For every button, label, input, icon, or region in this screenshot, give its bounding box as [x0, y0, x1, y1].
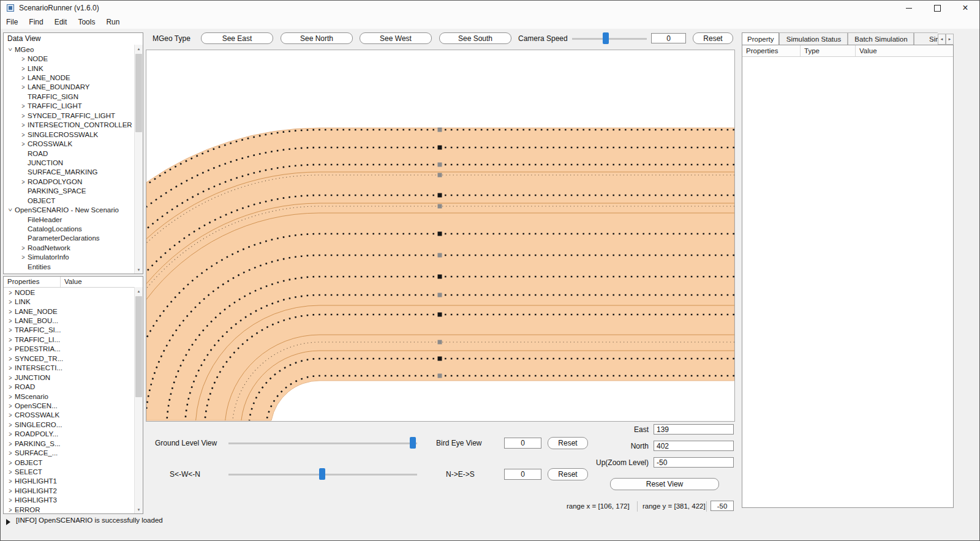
scrollbar-thumb[interactable] — [135, 296, 142, 397]
chevron-right-icon[interactable]: > — [19, 83, 28, 91]
property-row-mscenario[interactable]: >MScenario — [4, 392, 134, 401]
chevron-right-icon[interactable]: > — [19, 121, 28, 129]
chevron-right-icon[interactable]: > — [19, 64, 28, 72]
swn-slider[interactable] — [228, 468, 417, 480]
tree-item-object[interactable]: OBJECT — [4, 196, 134, 205]
tree-item-crosswalk[interactable]: >CROSSWALK — [4, 139, 134, 148]
tree-item-lane-boundary[interactable]: >LANE_BOUNDARY — [4, 83, 134, 92]
tree-item-traffic-light[interactable]: >TRAFFIC_LIGHT — [4, 102, 134, 111]
chevron-down-icon[interactable]: > — [7, 45, 15, 54]
chevron-right-icon[interactable]: > — [6, 449, 15, 457]
slider-track[interactable] — [228, 442, 417, 444]
chevron-right-icon[interactable]: > — [19, 178, 28, 186]
chevron-right-icon[interactable]: > — [6, 326, 15, 334]
tree-item-synced-traffic-light[interactable]: >SYNCED_TRAFFIC_LIGHT — [4, 111, 134, 120]
chevron-right-icon[interactable]: > — [6, 496, 15, 504]
menu-file[interactable]: File — [1, 15, 23, 29]
tab-scroll-right-icon[interactable]: ► — [946, 34, 954, 45]
see-west-button[interactable]: See West — [360, 32, 432, 44]
close-button[interactable]: × — [951, 1, 979, 15]
chevron-right-icon[interactable]: > — [6, 458, 15, 466]
chevron-right-icon[interactable]: > — [19, 55, 28, 63]
tree-item-roadpolygon[interactable]: >ROADPOLYGON — [4, 177, 134, 186]
data-view-scrollbar[interactable]: ▲ ▼ — [134, 45, 143, 274]
tab-batch-simulation[interactable]: Batch Simulation — [848, 32, 914, 45]
menu-find[interactable]: Find — [23, 15, 48, 29]
property-row-intersecti[interactable]: >INTERSECTI... — [4, 364, 134, 373]
chevron-right-icon[interactable]: > — [6, 392, 15, 400]
chevron-right-icon[interactable]: > — [6, 298, 15, 306]
tree-item-parameterdeclarations[interactable]: ParameterDeclarations — [4, 234, 134, 243]
property-row-traffic-li[interactable]: >TRAFFIC_LI... — [4, 335, 134, 344]
ground-level-slider[interactable] — [228, 437, 417, 449]
property-row-highlight1[interactable]: >HIGHLIGHT1 — [4, 477, 134, 486]
tree-item-parking-space[interactable]: PARKING_SPACE — [4, 187, 134, 196]
chevron-right-icon[interactable]: > — [6, 345, 15, 353]
chevron-right-icon[interactable]: > — [6, 468, 15, 476]
reset-view-button[interactable]: Reset View — [610, 478, 719, 490]
tree-item-traffic-sign[interactable]: TRAFFIC_SIGN — [4, 92, 134, 101]
nes-reset-button[interactable]: Reset — [548, 468, 588, 480]
property-row-error[interactable]: >ERROR — [4, 505, 134, 513]
chevron-right-icon[interactable]: > — [6, 421, 15, 429]
chevron-right-icon[interactable]: > — [19, 140, 28, 148]
chevron-right-icon[interactable]: > — [6, 506, 15, 513]
property-row-junction[interactable]: >JUNCTION — [4, 373, 134, 382]
chevron-right-icon[interactable]: > — [6, 487, 15, 495]
tree-item-intersection-controller[interactable]: >INTERSECTION_CONTROLLER — [4, 121, 134, 130]
see-south-button[interactable]: See South — [439, 32, 511, 44]
see-north-button[interactable]: See North — [281, 32, 353, 44]
tab-simulation-status[interactable]: Simulation Status — [779, 32, 848, 45]
tree-item-openscenario-new-scenario[interactable]: >OpenSCENARIO - New Scenario — [4, 205, 134, 214]
up-zoom-input[interactable] — [654, 457, 734, 468]
chevron-right-icon[interactable]: > — [6, 383, 15, 391]
slider-handle[interactable] — [410, 437, 416, 449]
chevron-right-icon[interactable]: > — [6, 430, 15, 438]
see-east-button[interactable]: See East — [201, 32, 273, 44]
tree-item-node[interactable]: >NODE — [4, 54, 134, 63]
property-row-parking-s[interactable]: >PARKING_S... — [4, 439, 134, 448]
camera-speed-reset-button[interactable]: Reset — [693, 32, 733, 44]
status-expand-icon[interactable] — [6, 519, 10, 525]
property-row-roadpoly[interactable]: >ROADPOLY... — [4, 430, 134, 439]
properties-scrollbar[interactable]: ▲ ▼ — [134, 287, 143, 513]
range-zoom-input[interactable] — [710, 501, 734, 511]
property-row-surface[interactable]: >SURFACE_... — [4, 448, 134, 457]
property-row-highlight2[interactable]: >HIGHLIGHT2 — [4, 486, 134, 495]
chevron-right-icon[interactable]: > — [6, 307, 15, 315]
slider-handle[interactable] — [319, 468, 325, 480]
property-row-pedestria[interactable]: >PEDESTRIA... — [4, 345, 134, 354]
property-row-synced-tr[interactable]: >SYNCED_TR... — [4, 354, 134, 363]
property-row-traffic-si[interactable]: >TRAFFIC_SI... — [4, 326, 134, 335]
chevron-right-icon[interactable]: > — [6, 373, 15, 381]
chevron-right-icon[interactable]: > — [6, 402, 15, 410]
scroll-down-icon[interactable]: ▼ — [135, 266, 143, 274]
property-row-link[interactable]: >LINK — [4, 297, 134, 306]
chevron-down-icon[interactable]: > — [7, 206, 15, 214]
property-row-road[interactable]: >ROAD — [4, 382, 134, 391]
chevron-right-icon[interactable]: > — [19, 253, 28, 261]
tree-item-simulatorinfo[interactable]: >SimulatorInfo — [4, 253, 134, 262]
tree-item-lane-node[interactable]: >LANE_NODE — [4, 73, 134, 82]
tree-item-roadnetwork[interactable]: >RoadNetwork — [4, 243, 134, 252]
chevron-right-icon[interactable]: > — [6, 411, 15, 419]
tree-item-entities[interactable]: Entities — [4, 262, 134, 271]
chevron-right-icon[interactable]: > — [6, 477, 15, 485]
bird-eye-input[interactable] — [504, 438, 541, 449]
tree-item-junction[interactable]: JUNCTION — [4, 158, 134, 167]
tree-item-surface-marking[interactable]: SURFACE_MARKING — [4, 168, 134, 177]
property-row-openscen[interactable]: >OpenSCEN... — [4, 401, 134, 410]
chevron-right-icon[interactable]: > — [19, 102, 28, 110]
chevron-right-icon[interactable]: > — [6, 317, 15, 325]
property-row-lane-bou[interactable]: >LANE_BOU... — [4, 316, 134, 325]
tab-property[interactable]: Property — [742, 32, 779, 45]
chevron-right-icon[interactable]: > — [19, 74, 28, 82]
nes-input[interactable] — [504, 469, 541, 480]
east-input[interactable] — [654, 424, 734, 435]
chevron-right-icon[interactable]: > — [6, 439, 15, 447]
property-row-node[interactable]: >NODE — [4, 288, 134, 297]
tree-item-singlecrosswalk[interactable]: >SINGLECROSSWALK — [4, 130, 134, 139]
tree-item-cataloglocations[interactable]: CatalogLocations — [4, 224, 134, 233]
north-input[interactable] — [654, 441, 734, 451]
property-row-select[interactable]: >SELECT — [4, 467, 134, 476]
